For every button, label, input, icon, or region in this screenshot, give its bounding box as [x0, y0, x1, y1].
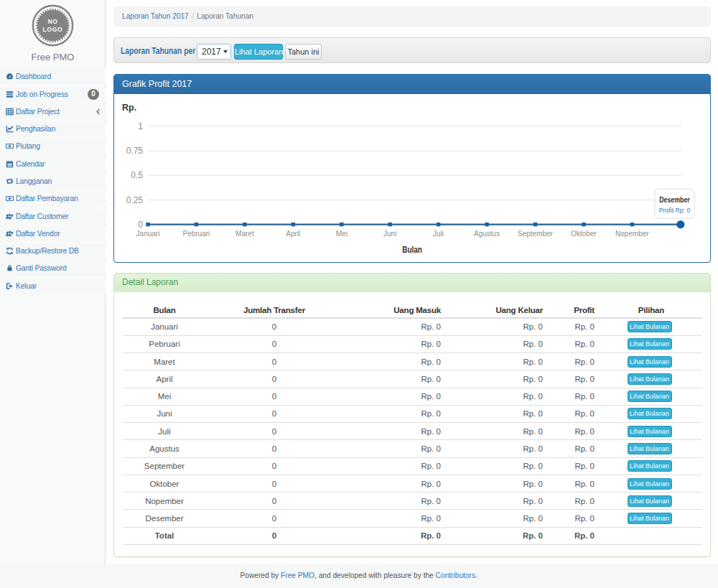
svg-text:LOGO: LOGO: [43, 26, 63, 33]
svg-text:Pebruari: Pebruari: [182, 230, 210, 238]
svg-text:Maret: Maret: [236, 230, 254, 238]
svg-text:Nopember: Nopember: [615, 230, 649, 238]
svg-text:Mei: Mei: [336, 230, 348, 238]
svg-text:September: September: [518, 230, 554, 238]
svg-text:Juli: Juli: [433, 230, 444, 238]
svg-text:Desember: Desember: [659, 196, 690, 204]
svg-text:Agustus: Agustus: [474, 230, 500, 238]
svg-text:April: April: [286, 230, 300, 238]
svg-text:Juni: Juni: [383, 230, 396, 238]
svg-text:Bulan: Bulan: [402, 245, 422, 255]
svg-text:Rp.: Rp.: [122, 103, 136, 113]
svg-text:0.25: 0.25: [126, 195, 144, 205]
svg-text:Januari: Januari: [136, 230, 160, 238]
svg-text:0.75: 0.75: [126, 146, 144, 156]
svg-text:0: 0: [138, 220, 143, 230]
svg-text:1: 1: [138, 121, 143, 131]
svg-text:Profit Rp: 0: Profit Rp: 0: [659, 206, 691, 214]
svg-text:0.5: 0.5: [131, 170, 143, 180]
svg-text:NO: NO: [47, 18, 57, 25]
svg-text:Oktober: Oktober: [571, 230, 597, 238]
